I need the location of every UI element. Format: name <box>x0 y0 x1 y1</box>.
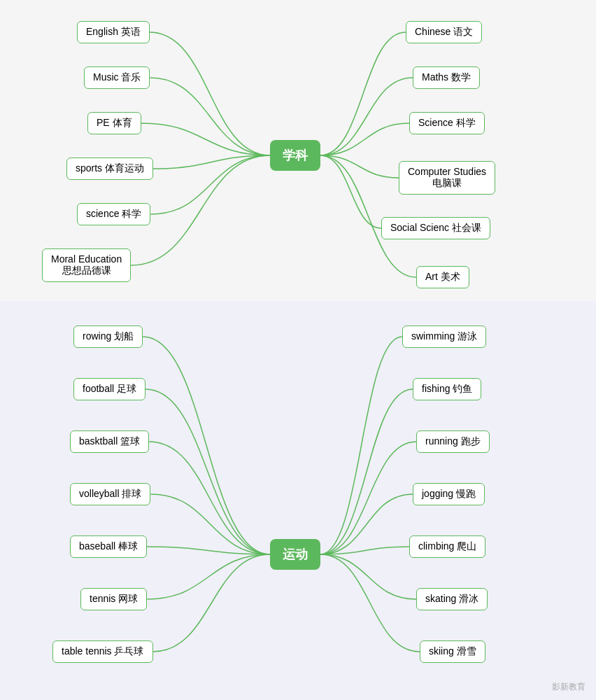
watermark: 影新教育 <box>552 681 586 693</box>
leaf-node-sp-swimming: swimming 游泳 <box>402 326 486 348</box>
leaf-node-sp-rowing: rowing 划船 <box>73 326 143 348</box>
center-node: 运动 <box>270 539 320 570</box>
leaf-node-s-music: Music 音乐 <box>84 66 150 89</box>
leaf-node-sp-fishing: fishing 钓鱼 <box>413 378 481 400</box>
center-node: 学科 <box>270 140 320 171</box>
leaf-node-s-english: English 英语 <box>77 21 150 43</box>
leaf-node-sp-jogging: jogging 慢跑 <box>413 483 485 505</box>
sports-section: 影新教育 运动rowing 划船football 足球basktball 篮球v… <box>0 301 596 700</box>
leaf-node-s-social: Social Scienc 社会课 <box>381 217 490 239</box>
leaf-node-sp-climbing: climbing 爬山 <box>409 536 485 558</box>
leaf-node-s-chinese: Chinese 语文 <box>406 21 482 43</box>
leaf-node-sp-running: running 跑步 <box>416 430 490 453</box>
leaf-node-s-moral: Moral Education思想品德课 <box>42 248 131 282</box>
leaf-node-s-maths: Maths 数学 <box>413 66 480 89</box>
leaf-node-s-science-l: science 科学 <box>77 203 150 225</box>
leaf-node-sp-football: football 足球 <box>73 378 146 400</box>
leaf-node-s-art: Art 美术 <box>416 266 469 288</box>
leaf-node-sp-tabletennis: table tennis 乒乓球 <box>52 640 153 663</box>
leaf-node-sp-basketball: basktball 篮球 <box>70 430 149 453</box>
subjects-section: 学科English 英语Music 音乐PE 体育sports 体育运动scie… <box>0 0 596 301</box>
leaf-node-sp-skating: skating 滑冰 <box>416 588 488 610</box>
leaf-node-sp-tennis: tennis 网球 <box>80 588 147 610</box>
leaf-node-sp-baseball: baseball 棒球 <box>70 536 147 558</box>
leaf-node-sp-volleyball: volleyball 排球 <box>70 483 150 505</box>
leaf-node-s-science-r: Science 科学 <box>409 112 485 134</box>
leaf-node-sp-skiing: skiing 滑雪 <box>420 640 485 663</box>
leaf-node-s-computer: Computer Studies电脑课 <box>399 161 495 195</box>
leaf-node-s-sports: sports 体育运动 <box>66 158 153 180</box>
leaf-node-s-pe: PE 体育 <box>87 112 141 134</box>
